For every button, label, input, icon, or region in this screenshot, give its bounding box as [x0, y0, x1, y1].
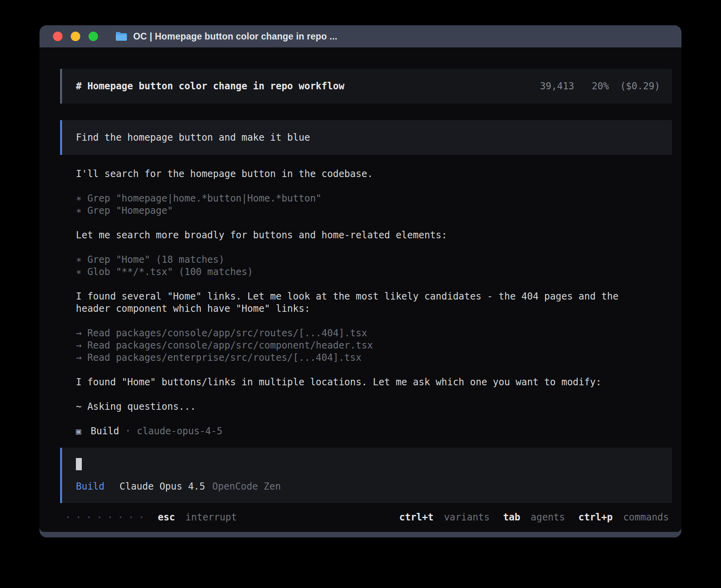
tool-call-group: ∗ Grep "Home" (18 matches) ∗ Glob "**/*.… — [76, 254, 672, 278]
transcript: I'll search for the homepage button in t… — [60, 168, 672, 437]
user-message: Find the homepage button and make it blu… — [60, 120, 672, 155]
esc-key: esc — [158, 512, 175, 523]
spinner-dots: ········ — [65, 511, 149, 524]
status-bar: ········ esc interrupt ctrl+t variants t… — [60, 509, 672, 525]
status-asking-questions: ~ Asking questions... — [76, 401, 672, 413]
minimize-button[interactable] — [71, 32, 80, 41]
token-count: 39,413 — [540, 81, 574, 92]
tool-call-glob: ∗ Glob "**/*.tsx" (100 matches) — [76, 266, 672, 278]
terminal-content: # Homepage button color change in repo w… — [40, 47, 681, 532]
shortcut-esc: esc interrupt — [158, 511, 237, 524]
traffic-lights — [53, 32, 98, 41]
session-cost: ($0.29) — [620, 81, 660, 92]
shortcut-commands: ctrl+p commands — [578, 511, 669, 524]
prompt-input[interactable]: Build Claude Opus 4.5 OpenCode Zen — [60, 448, 672, 503]
tool-call-grep: ∗ Grep "Home" (18 matches) — [76, 254, 672, 266]
terminal-window: OC | Homepage button color change in rep… — [40, 25, 681, 537]
session-stats: 39,413 20% ($0.29) — [540, 80, 660, 92]
tool-call-read: → Read packages/console/app/src/componen… — [76, 339, 672, 352]
assistant-text: I found several "Home" links. Let me loo… — [76, 290, 672, 315]
build-agent-icon: ▣ — [76, 425, 81, 437]
input-model-name: Claude Opus 4.5 — [119, 481, 205, 493]
shortcuts: ctrl+t variants tab agents ctrl+p comman… — [399, 511, 669, 524]
window-title: OC | Homepage button color change in rep… — [133, 31, 337, 42]
assistant-text: I'll search for the homepage button in t… — [76, 168, 672, 180]
agent-model: claude-opus-4-5 — [137, 425, 223, 437]
shortcut-variants: ctrl+t variants — [399, 511, 490, 524]
session-header: # Homepage button color change in repo w… — [60, 69, 672, 104]
zoom-button[interactable] — [89, 32, 98, 41]
user-message-text: Find the homepage button and make it blu… — [76, 132, 310, 144]
tool-call-read: → Read packages/enterprise/src/routes/[.… — [76, 352, 672, 364]
session-title: # Homepage button color change in repo w… — [76, 80, 344, 92]
titlebar[interactable]: OC | Homepage button color change in rep… — [40, 25, 681, 47]
status-left: ········ esc interrupt — [65, 511, 237, 524]
tool-call-group: → Read packages/console/app/src/routes/[… — [76, 327, 672, 364]
input-meta: Build Claude Opus 4.5 OpenCode Zen — [76, 481, 658, 493]
agent-name: Build — [91, 425, 119, 437]
agent-separator: · — [125, 425, 131, 437]
tool-call-grep: ∗ Grep "homepage|home.*button|Home.*butt… — [76, 192, 672, 205]
assistant-text: I found "Home" buttons/links in multiple… — [76, 376, 672, 388]
input-agent-badge: Build — [76, 481, 104, 493]
assistant-text: Let me search more broadly for buttons a… — [76, 229, 672, 241]
agent-status-line: ▣ Build · claude-opus-4-5 — [76, 425, 672, 437]
shortcut-agents: tab agents — [503, 511, 565, 524]
input-provider-name: OpenCode Zen — [212, 481, 281, 493]
close-button[interactable] — [53, 32, 62, 41]
tool-call-read: → Read packages/console/app/src/routes/[… — [76, 327, 672, 339]
tool-call-grep: ∗ Grep "Homepage" — [76, 205, 672, 217]
input-cursor — [76, 458, 82, 470]
context-percent: 20% — [592, 81, 609, 92]
esc-label: interrupt — [185, 512, 237, 523]
folder-icon — [115, 32, 127, 41]
tool-call-group: ∗ Grep "homepage|home.*button|Home.*butt… — [76, 192, 672, 217]
